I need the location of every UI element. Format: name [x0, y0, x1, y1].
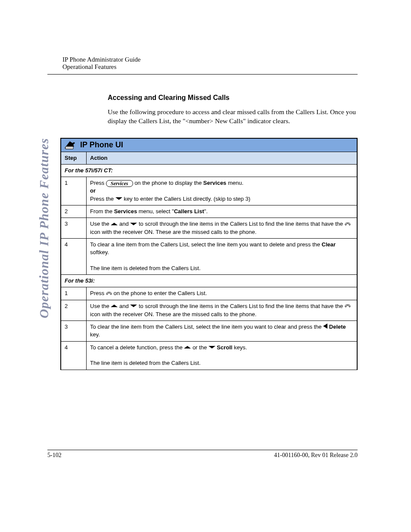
- handset-icon: [345, 302, 351, 310]
- left-arrow-icon: [323, 323, 327, 331]
- step-action: To clear the line item from the Callers …: [87, 320, 357, 341]
- down-arrow-icon: [130, 221, 137, 228]
- col-action: Action: [87, 152, 357, 165]
- text-bold: Callers List: [174, 208, 204, 215]
- step-action: From the Services menu, select "Callers …: [87, 205, 357, 218]
- text: Press the: [90, 196, 115, 202]
- text-bold: Services: [114, 208, 137, 215]
- text: From the: [90, 208, 114, 215]
- step-num: 2: [61, 300, 87, 320]
- step-action: Use the and to scroll through the line i…: [87, 218, 357, 239]
- services-key-icon: Services: [106, 180, 133, 187]
- text: and: [119, 221, 130, 227]
- phone-draw-icon: [64, 140, 76, 150]
- header-rule: [47, 74, 358, 75]
- header-title: IP Phone Administrator Guide: [62, 56, 358, 63]
- text: To clear the line item from the Callers …: [90, 324, 323, 330]
- step-num: 1: [61, 177, 87, 205]
- footer-rule: [47, 450, 358, 450]
- svg-marker-12: [184, 346, 191, 348]
- text: keys.: [232, 344, 247, 351]
- text: The line item is deleted from the Caller…: [90, 265, 201, 271]
- down-arrow-icon: [130, 302, 137, 310]
- table-row: 4 To cancel a delete function, press the…: [61, 341, 357, 370]
- subhead-57i: For the 57i/57i CT:: [61, 165, 357, 177]
- panel-header: IP Phone UI: [61, 139, 357, 152]
- table-row: 3 Use the and to scroll through the line…: [61, 218, 357, 239]
- table-row: 1 Press on the phone to enter the Caller…: [61, 287, 357, 300]
- text: To cancel a delete function, press the: [90, 344, 184, 351]
- svg-marker-10: [130, 305, 137, 307]
- table-row: 2 Use the and to scroll through the line…: [61, 300, 357, 320]
- svg-marker-11: [323, 324, 327, 329]
- section-heading: Accessing and Clearing Missed Calls: [108, 94, 358, 102]
- text: To clear a line item from the Callers Li…: [90, 241, 322, 248]
- step-action: To cancel a delete function, press the o…: [87, 341, 357, 370]
- subhead-53i: For the 53i:: [61, 275, 357, 287]
- step-action: Press on the phone to enter the Callers …: [87, 287, 357, 300]
- procedure-panel: IP Phone UI Step Action For the 57i/57i …: [60, 138, 358, 370]
- table-row: 3 To clear the line item from the Caller…: [61, 320, 357, 341]
- table-row: 4 To clear a line item from the Callers …: [61, 239, 357, 275]
- step-num: 1: [61, 287, 87, 300]
- text: and: [119, 303, 130, 309]
- step-num: 3: [61, 320, 87, 341]
- svg-marker-6: [115, 197, 122, 200]
- svg-point-4: [70, 147, 71, 148]
- step-action: To clear a line item from the Callers Li…: [87, 239, 357, 275]
- svg-marker-8: [130, 223, 137, 225]
- down-arrow-icon: [209, 344, 215, 352]
- text-bold: Services: [203, 180, 227, 186]
- svg-point-5: [72, 147, 72, 148]
- text: on the phone to display the: [134, 180, 203, 186]
- text: key to enter the Callers List directly. …: [124, 196, 250, 202]
- text: on the phone to enter the Callers List.: [113, 290, 207, 296]
- procedure-table: Step Action For the 57i/57i CT: 1 Press …: [61, 152, 357, 370]
- text: icon with the receiver ON. These are the…: [90, 311, 256, 317]
- svg-point-1: [66, 147, 67, 148]
- step-action: Press Services on the phone to display t…: [87, 177, 357, 205]
- svg-point-2: [68, 147, 68, 148]
- text: to scroll through the line items in the …: [139, 221, 345, 227]
- text: softkey.: [90, 249, 109, 255]
- page-number: 5-102: [47, 452, 62, 459]
- down-arrow-icon: [115, 195, 122, 203]
- step-action: Use the and to scroll through the line i…: [87, 300, 357, 320]
- text: or the: [193, 344, 209, 351]
- step-num: 4: [61, 239, 87, 275]
- doc-revision: 41-001160-00, Rev 01 Release 2.0: [274, 452, 358, 459]
- up-arrow-icon: [111, 302, 118, 310]
- text: to scroll through the line items in the …: [139, 303, 345, 309]
- text: key.: [90, 331, 100, 338]
- text: Use the: [90, 303, 111, 309]
- svg-marker-13: [209, 346, 215, 348]
- text-bold: Clear: [322, 241, 336, 248]
- step-num: 2: [61, 205, 87, 218]
- step-num: 4: [61, 341, 87, 370]
- page-content: IP Phone Administrator Guide Operational…: [47, 56, 358, 370]
- header-subtitle: Operational Features: [62, 63, 358, 71]
- text-bold: Scroll: [217, 344, 232, 351]
- up-arrow-icon: [184, 344, 191, 352]
- text: ".: [204, 208, 208, 215]
- table-row: 2 From the Services menu, select "Caller…: [61, 205, 357, 218]
- text: Press: [90, 290, 106, 296]
- step-num: 3: [61, 218, 87, 239]
- up-arrow-icon: [111, 221, 118, 228]
- svg-point-3: [69, 147, 69, 148]
- text: Press: [90, 180, 106, 186]
- text: icon with the receiver ON. These are the…: [90, 229, 256, 235]
- svg-marker-7: [111, 223, 118, 225]
- page-footer: 5-102 41-001160-00, Rev 01 Release 2.0: [47, 450, 358, 459]
- handset-icon: [106, 290, 112, 298]
- table-row: 1 Press Services on the phone to display…: [61, 177, 357, 205]
- text: The line item is deleted from the Caller…: [90, 360, 201, 366]
- col-step: Step: [61, 152, 87, 165]
- intro-paragraph: Use the following procedure to access an…: [108, 108, 358, 126]
- text: menu.: [226, 180, 243, 186]
- text: menu, select ": [137, 208, 174, 215]
- handset-icon: [345, 221, 351, 228]
- text: Use the: [90, 221, 111, 227]
- panel-title: IP Phone UI: [80, 140, 123, 149]
- svg-marker-9: [111, 305, 118, 307]
